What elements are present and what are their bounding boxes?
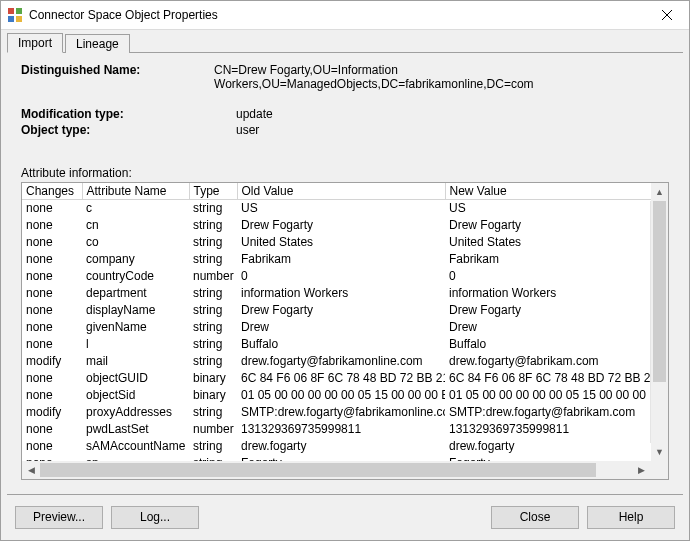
table-row[interactable]: modifyproxyAddressesstringSMTP:drew.foga… [22,404,668,421]
cell-changes: none [22,251,82,268]
window-title: Connector Space Object Properties [29,8,645,22]
attribute-table-container: Changes Attribute Name Type Old Value Ne… [21,182,669,480]
scroll-up-arrow-icon[interactable]: ▲ [651,183,668,201]
titlebar[interactable]: Connector Space Object Properties [1,1,689,30]
cell-attrname: objectSid [82,387,189,404]
horizontal-scrollbar[interactable]: ◀ ▶ [22,461,668,479]
footer: Preview... Log... Close Help [1,495,689,540]
cell-old-value: Drew Fogarty [237,302,445,319]
cell-changes: none [22,387,82,404]
tab-import[interactable]: Import [7,33,63,53]
objtype-value: user [236,123,669,137]
table-row[interactable]: nonedisplayNamestringDrew FogartyDrew Fo… [22,302,668,319]
col-header-attrname[interactable]: Attribute Name [82,183,189,200]
cell-old-value: 6C 84 F6 06 8F 6C 78 48 BD 72 BB 21 AF..… [237,370,445,387]
table-row[interactable]: nonecountryCodenumber00 [22,268,668,285]
log-button[interactable]: Log... [111,506,199,529]
table-row[interactable]: nonelstringBuffaloBuffalo [22,336,668,353]
cell-new-value: US [445,200,667,217]
table-row[interactable]: nonepwdLastSetnumber13132936973599981113… [22,421,668,438]
cell-attrname: pwdLastSet [82,421,189,438]
vertical-scroll-thumb[interactable] [653,201,666,383]
tabstrip: Import Lineage [1,30,689,52]
cell-changes: none [22,319,82,336]
table-row[interactable]: nonegivenNamestringDrewDrew [22,319,668,336]
scroll-right-arrow-icon[interactable]: ▶ [632,461,650,479]
dn-label: Distinguished Name: [21,63,214,91]
cell-old-value: information Workers [237,285,445,302]
scroll-left-arrow-icon[interactable]: ◀ [22,461,40,479]
col-header-new[interactable]: New Value [445,183,667,200]
cell-changes: modify [22,404,82,421]
svg-rect-0 [8,8,14,14]
window-close-button[interactable] [645,1,689,30]
cell-attrname: givenName [82,319,189,336]
cell-old-value: drew.fogarty [237,438,445,455]
preview-button[interactable]: Preview... [15,506,103,529]
tab-label: Import [18,36,52,50]
close-button[interactable]: Close [491,506,579,529]
table-row[interactable]: nonedepartmentstringinformation Workersi… [22,285,668,302]
tab-label: Lineage [76,37,119,51]
cell-changes: none [22,336,82,353]
col-header-changes[interactable]: Changes [22,183,82,200]
help-button[interactable]: Help [587,506,675,529]
table-row[interactable]: nonesAMAccountNamestringdrew.fogartydrew… [22,438,668,455]
cell-type: string [189,353,237,370]
cell-attrname: displayName [82,302,189,319]
cell-attrname: proxyAddresses [82,404,189,421]
cell-new-value: information Workers [445,285,667,302]
col-header-old[interactable]: Old Value [237,183,445,200]
cell-new-value: drew.fogarty [445,438,667,455]
cell-changes: none [22,200,82,217]
horizontal-scroll-thumb[interactable] [40,463,596,477]
table-row[interactable]: nonecstringUSUS [22,200,668,217]
col-header-type[interactable]: Type [189,183,237,200]
cell-new-value: 01 05 00 00 00 00 00 05 15 00 00 00 BA [445,387,667,404]
cell-old-value: 01 05 00 00 00 00 00 05 15 00 00 00 BA .… [237,387,445,404]
cell-attrname: sAMAccountName [82,438,189,455]
cell-changes: none [22,421,82,438]
cell-new-value: Drew Fogarty [445,217,667,234]
cell-new-value: Drew Fogarty [445,302,667,319]
cell-attrname: countryCode [82,268,189,285]
cell-type: number [189,421,237,438]
cell-new-value: Buffalo [445,336,667,353]
cell-attrname: objectGUID [82,370,189,387]
cell-new-value: United States [445,234,667,251]
tab-lineage[interactable]: Lineage [65,34,130,53]
cell-changes: modify [22,353,82,370]
cell-changes: none [22,285,82,302]
cell-new-value: SMTP:drew.fogarty@fabrikam.com [445,404,667,421]
vertical-scrollbar[interactable]: ▲ ▼ [650,201,668,443]
cell-old-value: United States [237,234,445,251]
cell-old-value: US [237,200,445,217]
tab-panel: Distinguished Name: CN=Drew Fogarty,OU=I… [7,52,683,486]
cell-old-value: drew.fogarty@fabrikamonline.com [237,353,445,370]
table-row[interactable]: nonecompanystringFabrikamFabrikam [22,251,668,268]
cell-type: string [189,251,237,268]
cell-old-value: Drew [237,319,445,336]
table-scroll-region: Changes Attribute Name Type Old Value Ne… [22,183,668,461]
scrollbar-corner [650,461,668,479]
table-row[interactable]: nonecnstringDrew FogartyDrew Fogarty [22,217,668,234]
cell-type: number [189,268,237,285]
table-row[interactable]: modifymailstringdrew.fogarty@fabrikamonl… [22,353,668,370]
dn-row: Distinguished Name: CN=Drew Fogarty,OU=I… [21,63,669,91]
table-header-row: Changes Attribute Name Type Old Value Ne… [22,183,668,200]
cell-type: string [189,302,237,319]
cell-new-value: 6C 84 F6 06 8F 6C 78 48 BD 72 BB 21 AF [445,370,667,387]
close-icon [662,7,672,23]
cell-type: binary [189,387,237,404]
scroll-down-arrow-icon[interactable]: ▼ [651,443,668,461]
cell-changes: none [22,234,82,251]
cell-changes: none [22,268,82,285]
cell-changes: none [22,370,82,387]
cell-new-value: 131329369735999811 [445,421,667,438]
table-row[interactable]: nonecostringUnited StatesUnited States [22,234,668,251]
table-row[interactable]: noneobjectGUIDbinary6C 84 F6 06 8F 6C 78… [22,370,668,387]
objtype-label: Object type: [21,123,236,137]
table-row[interactable]: noneobjectSidbinary01 05 00 00 00 00 00 … [22,387,668,404]
cell-attrname: mail [82,353,189,370]
horizontal-scroll-track[interactable] [40,461,632,479]
